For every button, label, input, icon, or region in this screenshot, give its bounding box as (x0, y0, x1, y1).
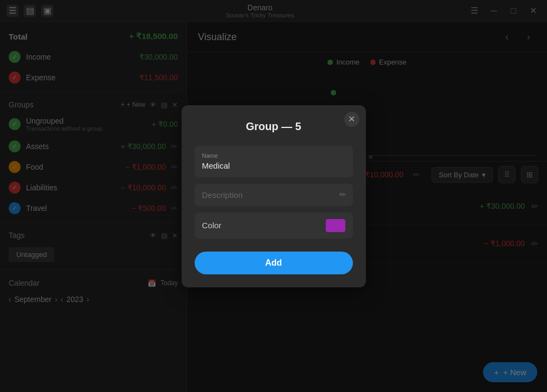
modal-close-btn[interactable]: ✕ (344, 112, 359, 127)
name-input[interactable] (202, 161, 345, 170)
add-group-btn[interactable]: Add (195, 252, 353, 274)
modal-group: ✕ Group — 5 Name Description ✏ Color Add (182, 105, 366, 287)
color-label: Color (202, 221, 222, 230)
description-edit-icon: ✏ (339, 190, 346, 200)
name-label: Name (202, 152, 345, 159)
color-field[interactable]: Color (195, 213, 353, 239)
description-field[interactable]: Description ✏ (195, 184, 353, 206)
modal-title: Group — 5 (195, 120, 353, 133)
name-field: Name (195, 146, 353, 177)
description-label: Description (202, 190, 243, 200)
color-swatch[interactable] (326, 219, 345, 232)
close-icon: ✕ (348, 114, 355, 124)
modal-overlay: ✕ Group — 5 Name Description ✏ Color Add (0, 0, 547, 392)
